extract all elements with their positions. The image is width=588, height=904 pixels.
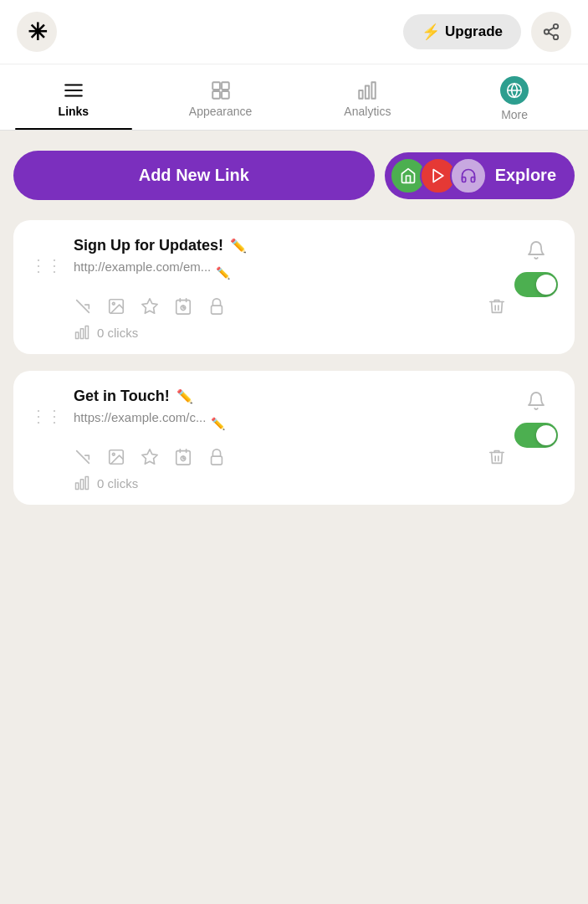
svg-rect-27 [212, 306, 222, 314]
schedule-icon-1[interactable] [174, 297, 192, 316]
upgrade-label: Upgrade [445, 23, 503, 40]
svg-rect-13 [366, 86, 369, 99]
analytics-tab-icon [356, 80, 378, 101]
svg-marker-33 [142, 449, 157, 464]
svg-point-19 [112, 302, 115, 305]
header: ✳ ⚡ Upgrade [0, 0, 588, 64]
tab-more[interactable]: More [441, 64, 588, 130]
image-icon-1[interactable] [107, 297, 125, 316]
edit-title-icon-1[interactable]: ✏️ [230, 238, 247, 254]
edit-title-icon-2[interactable]: ✏️ [176, 388, 193, 404]
image-icon-2[interactable] [107, 448, 125, 466]
appearance-tab-label: Appearance [189, 105, 253, 118]
toggle-1[interactable] [514, 272, 558, 297]
appearance-tab-icon [210, 80, 232, 101]
card-content-1: Sign Up for Updates! ✏️ http://example.c… [74, 237, 506, 341]
card-right-1 [514, 240, 558, 297]
svg-rect-28 [76, 332, 79, 339]
clicks-count-1: 0 clicks [97, 326, 138, 340]
redirect-icon-2[interactable] [74, 448, 92, 466]
card-actions-1 [74, 297, 506, 316]
explore-icons [390, 157, 487, 194]
svg-marker-20 [142, 299, 157, 313]
share-button[interactable] [531, 12, 571, 52]
nav-tabs: Links Appearance Analytics More [0, 64, 588, 131]
link-card-1: ⋮⋮ Sign Up for Updates! ✏️ http://exampl… [13, 220, 575, 354]
add-new-link-button[interactable]: Add New Link [13, 151, 375, 200]
drag-handle-1[interactable]: ⋮⋮ [30, 255, 62, 275]
svg-rect-11 [222, 91, 229, 99]
upgrade-button[interactable]: ⚡ Upgrade [403, 14, 521, 49]
links-tab-icon [63, 80, 84, 101]
link-title-1: Sign Up for Updates! [74, 237, 223, 254]
toggle-2[interactable] [514, 423, 558, 448]
schedule-icon-2[interactable] [174, 448, 192, 466]
tab-analytics[interactable]: Analytics [294, 64, 442, 130]
card-stats-2: 0 clicks [74, 475, 506, 491]
analytics-tab-label: Analytics [344, 105, 391, 118]
svg-rect-8 [212, 82, 220, 90]
bolt-icon: ⚡ [422, 23, 440, 41]
delete-icon-2[interactable] [488, 448, 506, 466]
main-content: Add New Link [0, 131, 588, 542]
svg-rect-14 [372, 82, 376, 99]
edit-url-icon-2[interactable]: ✏️ [211, 417, 225, 430]
svg-line-3 [549, 33, 554, 36]
svg-rect-9 [222, 82, 229, 90]
card-right-2 [514, 391, 558, 448]
card-content-2: Get in Touch! ✏️ https://example.com/c..… [74, 388, 506, 491]
logo-asterisk: ✳ [28, 18, 47, 46]
svg-point-32 [112, 453, 115, 455]
svg-rect-43 [85, 477, 88, 490]
svg-rect-42 [80, 480, 83, 490]
link-title-2: Get in Touch! [74, 388, 170, 405]
svg-rect-12 [360, 90, 363, 99]
links-tab-label: Links [59, 105, 89, 118]
star-icon-1[interactable] [141, 297, 159, 316]
card-title-row-2: Get in Touch! ✏️ [74, 388, 506, 405]
svg-rect-10 [212, 91, 220, 99]
svg-marker-17 [433, 169, 443, 182]
star-icon-2[interactable] [141, 448, 159, 466]
clicks-count-2: 0 clicks [97, 476, 138, 491]
card-stats-1: 0 clicks [74, 324, 506, 341]
edit-url-icon-1[interactable]: ✏️ [216, 266, 230, 280]
action-bar: Add New Link [13, 151, 575, 200]
card-title-row-1: Sign Up for Updates! ✏️ [74, 237, 506, 254]
drag-handle-2[interactable]: ⋮⋮ [30, 406, 62, 426]
delete-icon-1[interactable] [488, 297, 506, 316]
globe-icon [500, 76, 529, 105]
link-url-1: http://example.com/em... [74, 259, 211, 274]
header-right: ⚡ Upgrade [403, 12, 571, 52]
svg-rect-29 [80, 329, 83, 339]
stats-icon-1 [74, 324, 90, 341]
bell-icon-1[interactable] [526, 240, 546, 260]
share-icon [542, 23, 560, 41]
bell-icon-2[interactable] [526, 391, 546, 411]
explore-icon-headphones [450, 157, 487, 194]
logo-button[interactable]: ✳ [17, 12, 57, 52]
tab-links[interactable]: Links [0, 64, 147, 130]
stats-icon-2 [74, 475, 90, 491]
svg-rect-41 [76, 483, 79, 490]
svg-line-4 [549, 28, 554, 31]
redirect-icon-1[interactable] [74, 297, 92, 316]
link-card-2: ⋮⋮ Get in Touch! ✏️ https://example.com/… [13, 371, 575, 505]
more-tab-label: More [501, 108, 528, 121]
lock-icon-1[interactable] [207, 297, 226, 316]
explore-button[interactable]: Explore [385, 152, 575, 199]
link-url-2: https://example.com/c... [74, 410, 206, 424]
explore-label: Explore [495, 166, 556, 185]
card-actions-2 [74, 448, 506, 466]
tab-appearance[interactable]: Appearance [147, 64, 294, 130]
lock-icon-2[interactable] [207, 448, 226, 466]
svg-rect-40 [212, 456, 222, 465]
add-link-label: Add New Link [139, 166, 249, 184]
svg-rect-30 [85, 326, 88, 339]
